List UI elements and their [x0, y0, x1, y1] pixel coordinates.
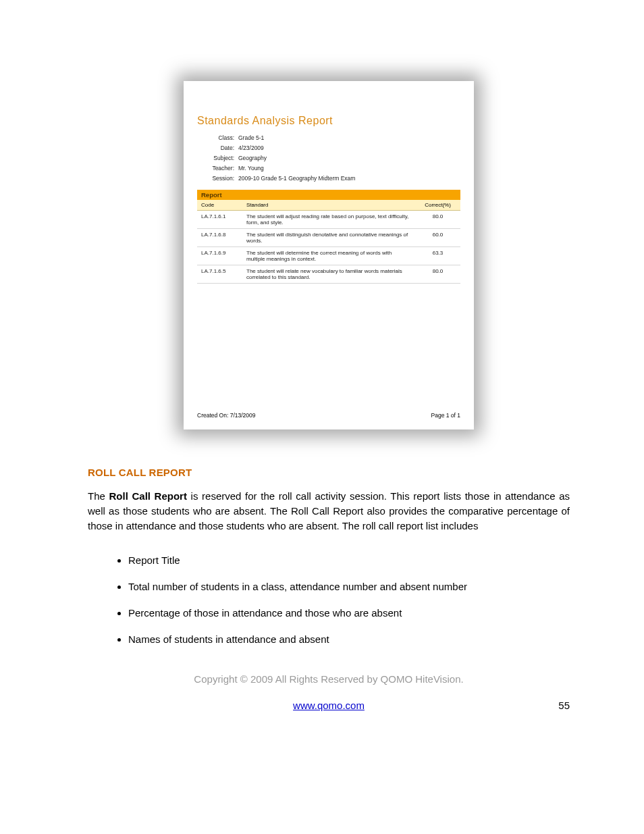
table-row: LA.7.1.6.5 The student will relate new v…: [197, 265, 460, 284]
list-item: Report Title: [128, 553, 570, 567]
meta-value-teacher: Mr. Young: [238, 163, 460, 173]
cell-pct: 80.0: [415, 211, 460, 229]
intro-prefix: The: [88, 490, 109, 502]
cell-code: LA.7.1.6.8: [197, 229, 242, 247]
footer-link[interactable]: www.qomo.com: [293, 700, 365, 711]
report-screenshot: Standards Analysis Report Class: Grade 5…: [184, 81, 474, 429]
section-heading-roll-call: ROLL CALL REPORT: [88, 467, 570, 478]
document-page: Standards Analysis Report Class: Grade 5…: [0, 0, 644, 834]
report-section-header: Report: [197, 190, 460, 200]
cell-standard: The student will relate new vocabulary t…: [242, 265, 415, 284]
cell-code: LA.7.1.6.9: [197, 247, 242, 265]
page-footer: www.qomo.com 55: [88, 700, 570, 711]
list-item: Total number of students in a class, att…: [128, 579, 570, 594]
cell-pct: 60.0: [415, 229, 460, 247]
meta-label-class: Class:: [197, 132, 238, 142]
feature-list: Report Title Total number of students in…: [88, 553, 570, 646]
meta-value-class: Grade 5-1: [238, 132, 460, 142]
meta-label-teacher: Teacher:: [197, 163, 238, 173]
table-row: LA.7.1.6.8 The student will distinguish …: [197, 229, 460, 247]
report-title: Standards Analysis Report: [197, 115, 460, 127]
standards-table: Code Standard Correct(%) LA.7.1.6.1 The …: [197, 200, 460, 284]
page-indicator: Page 1 of 1: [431, 412, 460, 419]
section-intro-paragraph: The Roll Call Report is reserved for the…: [88, 489, 570, 533]
col-header-code: Code: [197, 200, 242, 211]
col-header-standard: Standard: [242, 200, 415, 211]
cell-standard: The student will adjust reading rate bas…: [242, 211, 415, 229]
cell-code: LA.7.1.6.1: [197, 211, 242, 229]
meta-label-date: Date:: [197, 142, 238, 153]
meta-label-subject: Subject:: [197, 153, 238, 163]
report-footer: Created On: 7/13/2009 Page 1 of 1: [197, 412, 460, 419]
col-header-correct: Correct(%): [415, 200, 460, 211]
meta-value-date: 4/23/2009: [238, 142, 460, 153]
created-on: Created On: 7/13/2009: [197, 412, 255, 419]
cell-pct: 63.3: [415, 247, 460, 265]
cell-standard: The student will determine the correct m…: [242, 247, 415, 265]
meta-value-subject: Geography: [238, 153, 460, 163]
report-meta-table: Class: Grade 5-1 Date: 4/23/2009 Subject…: [197, 132, 460, 183]
intro-bold: Roll Call Report: [109, 490, 187, 502]
list-item: Names of students in attendance and abse…: [128, 632, 570, 646]
cell-code: LA.7.1.6.5: [197, 265, 242, 284]
table-row: LA.7.1.6.1 The student will adjust readi…: [197, 211, 460, 229]
table-row: LA.7.1.6.9 The student will determine th…: [197, 247, 460, 265]
cell-pct: 80.0: [415, 265, 460, 284]
copyright-line: Copyright © 2009 All Rights Reserved by …: [88, 673, 570, 685]
page-number: 55: [533, 700, 570, 711]
list-item: Percentage of those in attendance and th…: [128, 606, 570, 620]
meta-value-session: 2009-10 Grade 5-1 Geography Midterm Exam: [238, 173, 460, 183]
cell-standard: The student will distinguish denotative …: [242, 229, 415, 247]
meta-label-session: Session:: [197, 173, 238, 183]
